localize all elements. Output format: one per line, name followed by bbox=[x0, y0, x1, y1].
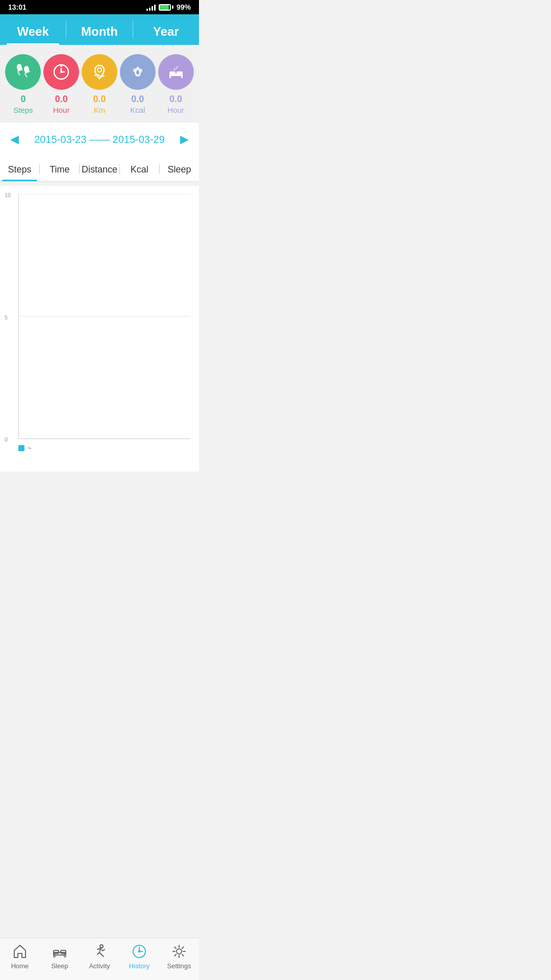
stat-time: 0.0 Hour bbox=[43, 54, 79, 114]
y-label-10: 10 bbox=[5, 192, 11, 198]
svg-point-38 bbox=[138, 950, 140, 952]
nav-activity-label: Activity bbox=[89, 962, 110, 970]
stat-sleep: z z z 0.0 Hour bbox=[158, 54, 194, 114]
nav-history[interactable]: History bbox=[119, 943, 159, 970]
kcal-circle bbox=[120, 54, 156, 90]
next-arrow[interactable]: ▶ bbox=[176, 131, 193, 148]
nav-activity[interactable]: Activity bbox=[80, 943, 119, 970]
svg-rect-22 bbox=[169, 71, 176, 75]
chart-canvas: 10 5 0 bbox=[18, 194, 191, 439]
sleep-label: Hour bbox=[167, 106, 184, 114]
svg-text:z: z bbox=[177, 65, 179, 68]
history-icon bbox=[131, 943, 147, 960]
sleep-icon: z z z bbox=[166, 62, 186, 82]
battery-percent: 99% bbox=[177, 3, 191, 11]
nav-sleep-label: Sleep bbox=[51, 962, 68, 970]
svg-rect-35 bbox=[64, 954, 66, 957]
stat-kcal: 0.0 Kcal bbox=[120, 54, 156, 114]
subtab-steps[interactable]: Steps bbox=[0, 156, 39, 181]
kcal-icon bbox=[128, 62, 147, 82]
svg-point-6 bbox=[20, 69, 21, 70]
stat-distance: 0.0 Km bbox=[82, 54, 117, 114]
nav-settings-label: Settings bbox=[167, 962, 191, 970]
y-label-5: 5 bbox=[5, 314, 8, 321]
nav-home[interactable]: Home bbox=[0, 943, 40, 970]
activity-icon bbox=[91, 943, 108, 960]
chart-grid bbox=[19, 194, 191, 438]
sleep-value: 0.0 bbox=[169, 94, 182, 105]
svg-point-2 bbox=[17, 65, 20, 68]
nav-history-label: History bbox=[129, 962, 149, 970]
steps-circle bbox=[5, 54, 41, 90]
time-value: 0.0 bbox=[55, 94, 68, 105]
svg-point-3 bbox=[24, 67, 27, 70]
subtab-kcal[interactable]: Kcal bbox=[120, 156, 159, 181]
chart-area: 10 5 0 ~ bbox=[0, 186, 199, 472]
subtab-sleep[interactable]: Sleep bbox=[160, 156, 199, 181]
svg-point-36 bbox=[100, 945, 103, 948]
sleep-circle: z z z bbox=[158, 54, 194, 90]
date-end: 2015-03-29 bbox=[113, 134, 165, 145]
steps-icon bbox=[13, 62, 33, 82]
svg-rect-24 bbox=[169, 76, 171, 78]
settings-icon bbox=[171, 943, 187, 960]
distance-circle bbox=[82, 54, 117, 90]
bottom-nav: Home Sleep Activity History bbox=[0, 938, 199, 980]
home-icon bbox=[12, 943, 28, 960]
svg-point-20 bbox=[139, 68, 142, 72]
svg-point-18 bbox=[97, 68, 102, 72]
legend-label: ~ bbox=[28, 444, 32, 452]
top-tab-bar: Week Month Year bbox=[0, 14, 199, 45]
nav-home-label: Home bbox=[11, 962, 29, 970]
svg-point-11 bbox=[29, 71, 30, 72]
status-right: 99% bbox=[146, 3, 191, 11]
date-separator: —— bbox=[89, 134, 113, 145]
svg-rect-34 bbox=[54, 954, 55, 957]
steps-label: Steps bbox=[13, 106, 33, 114]
svg-point-7 bbox=[21, 69, 23, 70]
stats-row: 0 Steps 0.0 Hour 0.0 K bbox=[0, 45, 199, 122]
sleep-nav-icon bbox=[52, 943, 68, 960]
svg-rect-25 bbox=[181, 76, 183, 78]
signal-icon bbox=[146, 4, 156, 11]
kcal-value: 0.0 bbox=[131, 94, 144, 105]
svg-point-19 bbox=[133, 68, 136, 72]
distance-label: Km bbox=[94, 106, 106, 114]
kcal-label: Kcal bbox=[130, 106, 145, 114]
svg-rect-23 bbox=[177, 71, 183, 75]
y-label-0: 0 bbox=[5, 436, 8, 443]
stat-steps: 0 Steps bbox=[5, 54, 41, 114]
chart-legend: ~ bbox=[18, 444, 191, 452]
legend-color bbox=[18, 445, 24, 451]
battery-icon bbox=[159, 4, 173, 11]
date-start: 2015-03-23 bbox=[34, 134, 86, 145]
distance-value: 0.0 bbox=[93, 94, 106, 105]
status-bar: 13:01 99% bbox=[0, 0, 199, 14]
date-range-label: 2015-03-23 —— 2015-03-29 bbox=[29, 134, 170, 145]
svg-point-10 bbox=[27, 71, 29, 72]
time-icon bbox=[52, 62, 71, 82]
subtab-time[interactable]: Time bbox=[40, 156, 79, 181]
subtab-distance[interactable]: Distance bbox=[80, 156, 119, 181]
svg-point-17 bbox=[60, 71, 62, 73]
time: 13:01 bbox=[8, 3, 27, 11]
tab-week[interactable]: Week bbox=[0, 14, 66, 45]
distance-icon bbox=[90, 62, 109, 82]
time-circle bbox=[43, 54, 79, 90]
tab-year[interactable]: Year bbox=[133, 14, 199, 45]
sub-tab-bar: Steps Time Distance Kcal Sleep bbox=[0, 156, 199, 182]
steps-value: 0 bbox=[20, 94, 26, 105]
tab-month[interactable]: Month bbox=[66, 14, 132, 45]
time-label: Hour bbox=[53, 106, 70, 114]
nav-settings[interactable]: Settings bbox=[159, 943, 199, 970]
nav-sleep[interactable]: Sleep bbox=[40, 943, 80, 970]
date-navigation: ◀ 2015-03-23 —— 2015-03-29 ▶ bbox=[0, 122, 199, 156]
svg-point-39 bbox=[177, 949, 182, 954]
prev-arrow[interactable]: ◀ bbox=[6, 131, 23, 148]
